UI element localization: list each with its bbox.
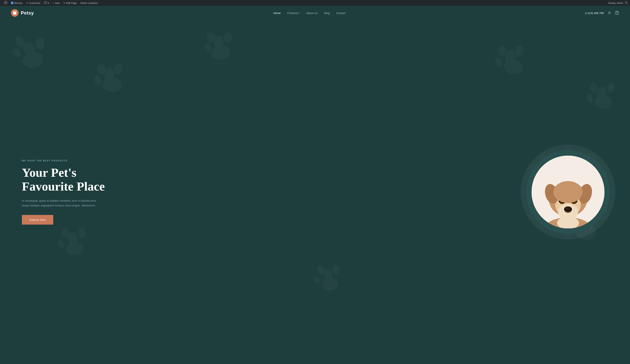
hero-circle-background	[520, 145, 616, 239]
edit-page-icon: ✏	[64, 2, 66, 4]
admin-bar-edit-page[interactable]: ✏ Edit Page	[62, 0, 78, 6]
svg-point-47	[594, 95, 613, 110]
svg-point-46	[586, 93, 594, 103]
admin-bar-customize[interactable]: ✏ Customize	[24, 0, 42, 6]
site-header: Petsy Home Products ▾ About Us Blog Cont…	[0, 6, 630, 20]
blocksy-icon	[11, 2, 14, 4]
site-logo[interactable]: Petsy	[11, 9, 34, 17]
hero-dog-image	[532, 156, 604, 228]
edit-page-label: Edit Page	[66, 2, 76, 4]
new-label: New	[55, 2, 60, 4]
svg-point-9	[35, 37, 46, 50]
nav-contact[interactable]: Contact	[336, 11, 346, 14]
svg-point-43	[595, 86, 608, 100]
nav-products[interactable]: Products ▾	[287, 11, 300, 14]
hero-content: WE HAVE THE BEST PRODUCTS Your Pet's Fav…	[22, 160, 105, 225]
admin-bar-new[interactable]: + New	[51, 0, 62, 6]
hero-title-line1: Your Pet's	[22, 166, 76, 180]
svg-point-4	[14, 11, 14, 12]
nav-blog[interactable]: Blog	[324, 11, 330, 14]
hero-title-line2: Favourite Place	[22, 180, 105, 193]
cart-button[interactable]	[615, 11, 619, 15]
svg-point-11	[10, 47, 22, 59]
hero-section: WE HAVE THE BEST PRODUCTS Your Pet's Fav…	[0, 20, 630, 364]
account-button[interactable]	[608, 11, 612, 15]
explore-now-button[interactable]: Explore Now	[22, 215, 53, 225]
wordpress-icon: W	[4, 1, 7, 5]
hero-eyebrow: WE HAVE THE BEST PRODUCTS	[22, 160, 105, 162]
admin-bar-blocksy[interactable]: Blocksy	[9, 0, 24, 6]
svg-point-65	[554, 181, 582, 203]
comments-icon	[44, 1, 47, 4]
blocksy-label: Blocksy	[14, 2, 22, 4]
svg-point-63	[566, 208, 568, 209]
svg-point-24	[515, 45, 524, 57]
new-icon: +	[53, 2, 54, 4]
svg-point-38	[323, 268, 333, 281]
customize-label: Customize	[29, 2, 40, 4]
svg-point-8	[22, 40, 37, 58]
svg-point-23	[503, 49, 517, 64]
admin-bar-hooks-locations[interactable]: Hooks Locations	[78, 0, 100, 6]
nav-about-us[interactable]: About Us	[306, 11, 318, 14]
admin-howdy[interactable]: Howdy, admin	[608, 2, 623, 4]
svg-point-22	[211, 45, 230, 60]
svg-point-6	[609, 12, 610, 13]
svg-point-27	[503, 58, 524, 76]
comments-count: 0	[48, 2, 49, 4]
svg-point-15	[96, 63, 106, 75]
svg-point-10	[13, 35, 27, 49]
main-nav: Home Products ▾ About Us Blog Contact	[274, 11, 346, 14]
svg-point-21	[203, 42, 213, 53]
admin-bar-wordpress[interactable]: W	[2, 0, 9, 6]
logo-text: Petsy	[21, 10, 34, 16]
svg-line-3	[627, 3, 628, 4]
hero-title: Your Pet's Favourite Place	[22, 166, 105, 193]
svg-point-45	[589, 82, 598, 93]
logo-icon	[11, 9, 18, 17]
svg-point-40	[316, 264, 326, 275]
svg-point-12	[21, 50, 44, 70]
svg-point-25	[498, 45, 507, 57]
header-phone: (+123) 456 789	[585, 11, 604, 14]
svg-point-62	[564, 206, 572, 212]
admin-bar: W Blocksy ✏ Customize 0 + New ✏ Edit Pag…	[0, 0, 630, 6]
svg-point-31	[56, 239, 66, 249]
svg-point-44	[606, 82, 615, 93]
svg-point-14	[114, 63, 123, 75]
header-right: (+123) 456 789	[585, 11, 619, 15]
svg-text:W: W	[5, 2, 7, 4]
svg-point-20	[206, 31, 216, 43]
svg-point-19	[224, 32, 232, 43]
svg-point-28	[67, 231, 79, 245]
svg-point-41	[313, 275, 322, 285]
products-dropdown-arrow: ▾	[299, 12, 300, 14]
nav-home[interactable]: Home	[274, 11, 281, 14]
hero-description: In consequat, quam id sodales hendrerit,…	[22, 198, 102, 208]
svg-point-16	[93, 74, 102, 86]
hooks-label: Hooks Locations	[80, 2, 98, 4]
admin-bar-comments[interactable]: 0	[42, 0, 51, 6]
svg-point-30	[60, 227, 70, 239]
svg-point-2	[625, 1, 627, 3]
customize-icon: ✏	[26, 2, 28, 4]
hero-image-area	[520, 145, 616, 239]
dog-svg	[532, 156, 604, 228]
svg-point-39	[332, 265, 340, 275]
admin-bar-right: Howdy, admin	[608, 1, 628, 5]
svg-point-18	[213, 35, 224, 49]
site-wrapper: Petsy Home Products ▾ About Us Blog Cont…	[0, 6, 630, 364]
svg-point-13	[103, 67, 116, 82]
svg-point-17	[102, 77, 122, 93]
svg-point-42	[322, 278, 339, 291]
admin-search-icon[interactable]	[625, 1, 628, 5]
svg-point-26	[494, 56, 503, 67]
svg-point-32	[65, 241, 84, 256]
svg-point-5	[15, 11, 16, 12]
svg-point-29	[78, 228, 86, 238]
